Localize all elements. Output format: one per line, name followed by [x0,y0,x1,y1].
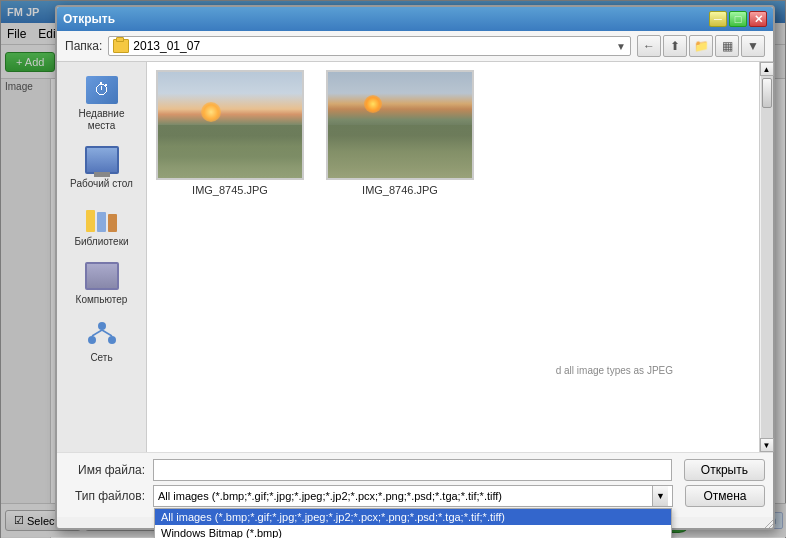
file-name-1: IMG_8745.JPG [192,184,268,196]
dialog-cancel-button[interactable]: Отмена [685,485,765,507]
dialog-open-button[interactable]: Открыть [684,459,765,481]
folder-name-text: 2013_01_07 [133,39,612,53]
dialog-cancel-button-container: Отмена [685,485,765,507]
dialog-titlebar: Открыть ─ □ ✕ [57,7,773,31]
scroll-track[interactable] [761,76,773,438]
scroll-down-button[interactable]: ▼ [760,438,774,452]
folder-combo[interactable]: 2013_01_07 ▼ [108,36,631,56]
dialog-title-buttons: ─ □ ✕ [709,11,767,27]
file-name-2: IMG_8746.JPG [362,184,438,196]
svg-line-5 [765,520,773,528]
dialog-title: Открыть [63,12,115,26]
recent-icon-shape [86,76,118,104]
folder-icon [113,39,129,53]
libraries-icon-shape [86,204,118,232]
dialog-toolbar: Папка: 2013_01_07 ▼ ← ⬆ 📁 ▦ ▼ [57,31,773,62]
dialog-scrollbar[interactable]: ▲ ▼ [759,62,773,452]
computer-icon [84,260,120,292]
sidebar-network-label: Сеть [90,352,112,364]
filetype-option-0[interactable]: All images (*.bmp;*.gif;*.jpg;*.jpeg;*.j… [155,509,671,525]
file-thumb-2 [326,70,474,180]
network-icon-svg [86,320,118,348]
sidebar-item-network[interactable]: Сеть [62,314,142,368]
svg-line-4 [102,330,112,336]
folder-combo-arrow: ▼ [616,41,626,52]
desktop-icon [84,144,120,176]
dialog-resize-handle[interactable] [761,516,773,528]
view-arrow-button[interactable]: ▼ [741,35,765,57]
sidebar-item-libraries[interactable]: Библиотеки [62,198,142,252]
file-thumb-1 [156,70,304,180]
filetype-label: Тип файлов: [65,489,145,503]
sidebar-item-computer[interactable]: Компьютер [62,256,142,310]
dialog-action-buttons: Открыть [684,459,765,481]
view-button[interactable]: ▦ [715,35,739,57]
scroll-thumb[interactable] [762,78,772,108]
sidebar-desktop-label: Рабочий стол [70,178,133,190]
filename-label: Имя файла: [65,463,145,477]
dialog-files-area[interactable]: IMG_8745.JPG IMG_8746.JPG [147,62,759,452]
new-folder-button[interactable]: 📁 [689,35,713,57]
filename-input[interactable] [153,459,672,481]
computer-icon-shape [85,262,119,290]
file-item-1[interactable]: IMG_8745.JPG [155,70,305,196]
filetype-option-1[interactable]: Windows Bitmap (*.bmp) [155,525,671,538]
svg-point-0 [98,322,106,330]
filetype-combo-arrow[interactable]: ▼ [652,486,668,506]
filetype-dropdown[interactable]: All images (*.bmp;*.gif;*.jpg;*.jpeg;*.j… [154,508,672,538]
svg-line-3 [92,330,102,336]
recent-icon [84,74,120,106]
sidebar-computer-label: Компьютер [76,294,128,306]
filetype-row: Тип файлов: All images (*.bmp;*.gif;*.jp… [65,485,765,507]
dialog-body: Недавниеместа Рабочий стол Библиотеки [57,62,773,452]
sidebar-recent-label: Недавниеместа [79,108,125,132]
filetype-combo-text: All images (*.bmp;*.gif;*.jpg;*.jpeg;*.j… [158,490,652,502]
svg-line-6 [769,524,773,528]
minimize-button[interactable]: ─ [709,11,727,27]
up-button[interactable]: ⬆ [663,35,687,57]
svg-point-2 [108,336,116,344]
back-button[interactable]: ← [637,35,661,57]
scroll-up-button[interactable]: ▲ [760,62,774,76]
filename-row: Имя файла: Открыть [65,459,765,481]
nav-buttons: ← ⬆ 📁 ▦ ▼ [637,35,765,57]
desktop-icon-shape [85,146,119,174]
svg-point-1 [88,336,96,344]
filetype-combo[interactable]: All images (*.bmp;*.gif;*.jpg;*.jpeg;*.j… [153,485,673,507]
open-dialog: Открыть ─ □ ✕ Папка: 2013_01_07 ▼ ← ⬆ 📁 … [55,5,775,530]
network-icon [84,318,120,350]
dialog-bottom: Имя файла: Открыть Тип файлов: All image… [57,452,773,517]
maximize-button[interactable]: □ [729,11,747,27]
sidebar-libraries-label: Библиотеки [74,236,128,248]
sidebar-item-desktop[interactable]: Рабочий стол [62,140,142,194]
libraries-icon [84,202,120,234]
close-button[interactable]: ✕ [749,11,767,27]
folder-label: Папка: [65,39,102,53]
dialog-sidebar: Недавниеместа Рабочий стол Библиотеки [57,62,147,452]
sidebar-item-recent[interactable]: Недавниеместа [62,70,142,136]
side-note: d all image types as JPEG [556,365,673,376]
file-item-2[interactable]: IMG_8746.JPG [325,70,475,196]
